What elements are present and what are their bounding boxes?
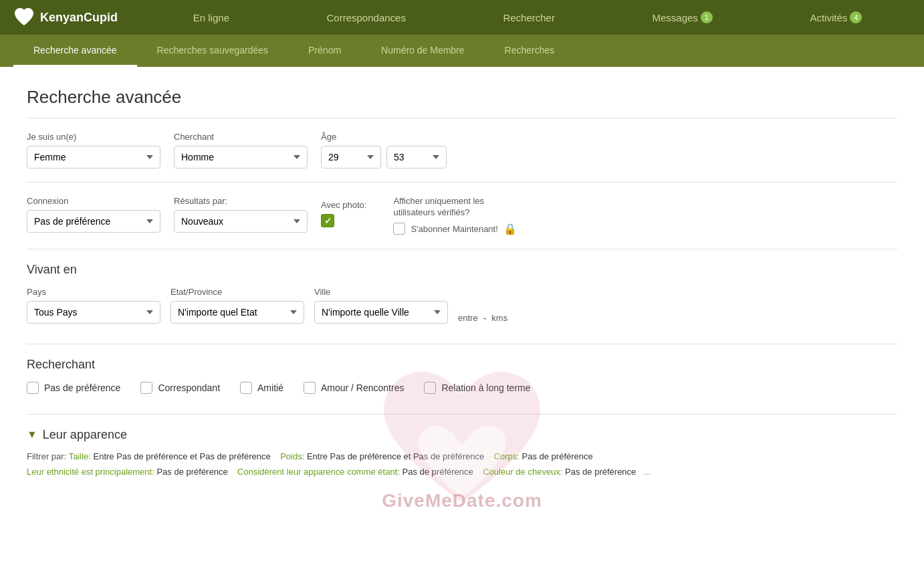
subnav-recherche-avancee[interactable]: Recherche avancée <box>13 35 137 67</box>
age-label: Âge <box>321 132 447 142</box>
poids-label: Poids: <box>280 451 304 461</box>
resultats-select[interactable]: Nouveaux Activité récente <box>174 210 308 233</box>
etat-group: Etat/Province N'importe quel Etat <box>170 287 304 324</box>
page-title: Recherche avancée <box>27 87 897 118</box>
entre-label: entre <box>458 313 478 323</box>
main-content: Recherche avancée Je suis un(e) Femme Ho… <box>0 67 924 565</box>
resultats-label: Résultats par: <box>174 196 308 206</box>
cherchant-select[interactable]: Homme Femme <box>174 146 308 168</box>
ville-group: Ville N'importe quelle Ville <box>314 287 448 324</box>
label-amour: Amour / Rencontres <box>321 382 405 393</box>
label-correspondant: Correspondant <box>158 382 220 393</box>
ville-label: Ville <box>314 287 448 297</box>
connexion-select[interactable]: Pas de préférence En ligne <box>27 210 160 233</box>
resultats-group: Résultats par: Nouveaux Activité récente <box>174 196 308 233</box>
connexion-label: Connexion <box>27 196 160 206</box>
etat-select[interactable]: N'importe quel Etat <box>170 301 304 324</box>
age-min-select[interactable]: 29 1819202530 <box>321 146 381 168</box>
logo-heart-icon <box>13 7 35 28</box>
cherchant-label: Cherchant <box>174 132 308 142</box>
option-pas-preference[interactable]: Pas de préférence <box>27 382 120 394</box>
subnav-recherches[interactable]: Recherches <box>485 35 575 67</box>
filtrer-row: Filtrer par: Taille: Entre Pas de préfér… <box>27 449 897 464</box>
taille-value: Entre Pas de préférence et Pas de préfér… <box>94 451 271 461</box>
nav-links: En ligne Correspondances Rechercher Mess… <box>144 0 911 35</box>
vivant-row: Pays Tous Pays Kenya France Etat/Provinc… <box>27 287 897 324</box>
subscribe-text: S'abonner Maintenant! <box>411 224 497 234</box>
checkbox-amitie[interactable] <box>240 382 252 394</box>
option-amitie[interactable]: Amitié <box>240 382 283 394</box>
divider-3 <box>27 344 897 344</box>
checkbox-pas-preference[interactable] <box>27 382 39 394</box>
basic-filters-row: Je suis un(e) Femme Homme Cherchant Homm… <box>27 132 897 168</box>
ethnie-value: Pas de préférence <box>156 467 227 477</box>
je-suis-group: Je suis un(e) Femme Homme <box>27 132 160 168</box>
verified-row: S'abonner Maintenant! 🔒 <box>393 223 527 235</box>
cherchant-group: Cherchant Homme Femme <box>174 132 308 168</box>
nav-en-ligne[interactable]: En ligne <box>180 0 243 35</box>
ethnie-label: Leur ethnicité est principalement: <box>27 467 154 477</box>
je-suis-select[interactable]: Femme Homme <box>27 146 160 168</box>
pays-label: Pays <box>27 287 160 297</box>
entre-group: entre - kms <box>458 313 507 324</box>
top-navigation: KenyanCupid En ligne Correspondances Rec… <box>0 0 924 35</box>
verified-label: Afficher uniquement les utilisateurs vér… <box>393 196 527 219</box>
avec-photo-checkbox[interactable] <box>321 214 334 227</box>
age-max-select[interactable]: 53 2530405060 <box>386 146 447 168</box>
label-amitie: Amitié <box>257 382 283 393</box>
je-suis-label: Je suis un(e) <box>27 132 160 142</box>
avec-photo-checkbox-group <box>321 214 366 227</box>
apparence-header: ▼ Leur apparence <box>27 428 897 442</box>
subnav-prenom[interactable]: Prénom <box>288 35 361 67</box>
corps-label: Corps: <box>494 451 519 461</box>
option-correspondant[interactable]: Correspondant <box>140 382 220 394</box>
filtrer-label: Filtrer par: <box>27 451 66 461</box>
nav-rechercher[interactable]: Rechercher <box>489 0 568 35</box>
watermark-text: GiveMeDate.com <box>375 490 549 512</box>
nav-activites[interactable]: Activités 4 <box>796 0 875 35</box>
checkbox-relation[interactable] <box>424 382 436 394</box>
option-relation[interactable]: Relation à long terme <box>424 382 530 394</box>
corps-value: Pas de préférence <box>522 451 593 461</box>
verified-checkbox[interactable] <box>393 223 405 235</box>
avec-photo-label: Avec photo: <box>321 200 366 210</box>
nav-correspondances[interactable]: Correspondances <box>314 0 419 35</box>
apparence-title: Leur apparence <box>43 428 127 442</box>
recherchant-title: Recherchant <box>27 358 897 372</box>
option-amour[interactable]: Amour / Rencontres <box>304 382 405 394</box>
nav-messages[interactable]: Messages 1 <box>639 0 725 35</box>
filtrer-row-2: Leur ethnicité est principalement: Pas d… <box>27 464 897 479</box>
verified-section: Afficher uniquement les utilisateurs vér… <box>393 196 527 235</box>
apparence-section: ▼ Leur apparence Filtrer par: Taille: En… <box>27 428 897 480</box>
taille-label: Taille: <box>69 451 91 461</box>
connexion-row: Connexion Pas de préférence En ligne Rés… <box>27 196 897 235</box>
etat-label: Etat/Province <box>170 287 304 297</box>
messages-badge: 1 <box>701 11 713 23</box>
apparence-comme-label: Considèrent leur apparence comme étant: <box>237 467 400 477</box>
activites-badge: 4 <box>850 11 862 23</box>
label-pas-preference: Pas de préférence <box>44 382 120 393</box>
subnav-recherches-sauvegardees[interactable]: Recherches sauvegardées <box>137 35 289 67</box>
divider-2 <box>27 249 897 249</box>
lock-icon: 🔒 <box>503 223 517 235</box>
more-label: ... <box>643 467 651 477</box>
checkbox-amour[interactable] <box>304 382 316 394</box>
subnav-numero-membre[interactable]: Numéro de Membre <box>361 35 485 67</box>
sub-navigation: Recherche avancée Recherches sauvegardée… <box>0 35 924 67</box>
pays-group: Pays Tous Pays Kenya France <box>27 287 160 324</box>
pays-select[interactable]: Tous Pays Kenya France <box>27 301 160 324</box>
vivant-en-title: Vivant en <box>27 263 897 277</box>
avec-photo-group: Avec photo: <box>321 200 366 227</box>
connexion-group: Connexion Pas de préférence En ligne <box>27 196 160 233</box>
checkbox-correspondant[interactable] <box>140 382 152 394</box>
ville-select[interactable]: N'importe quelle Ville <box>314 301 448 324</box>
chevron-down-icon[interactable]: ▼ <box>27 429 37 441</box>
divider-4 <box>27 414 897 415</box>
logo-text: KenyanCupid <box>40 11 118 25</box>
label-relation: Relation à long terme <box>441 382 530 393</box>
logo-area[interactable]: KenyanCupid <box>13 7 118 28</box>
divider-1 <box>27 182 897 183</box>
cheveux-label: Couleur de cheveux: <box>483 467 562 477</box>
apparence-comme-value: Pas de préférence <box>402 467 473 477</box>
recherchant-options-row: Pas de préférence Correspondant Amitié A… <box>27 382 897 394</box>
